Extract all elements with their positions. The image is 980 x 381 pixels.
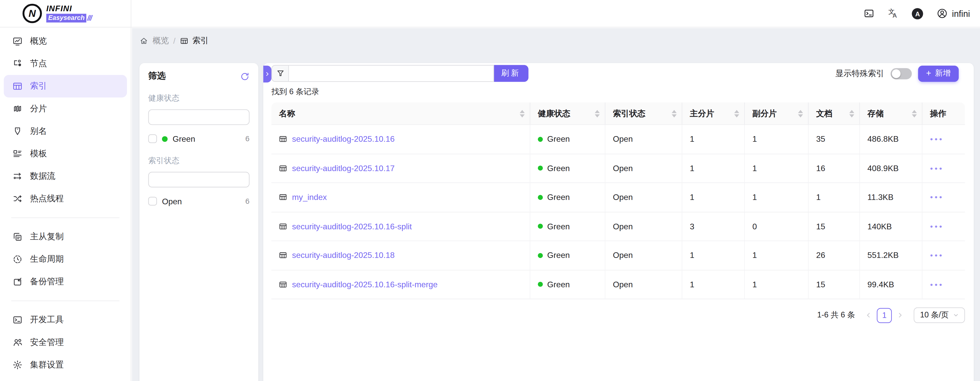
search-input[interactable] [289, 65, 494, 82]
sidebar-item-label: 节点 [30, 58, 47, 70]
username: infini [952, 8, 970, 18]
user-menu[interactable]: infini [936, 8, 970, 19]
pagination-next-button[interactable] [897, 312, 904, 319]
cell-docs: 35 [809, 125, 860, 153]
sidebar-item-indices[interactable]: 索引 [4, 75, 127, 98]
sidebar-item-label: 生命周期 [30, 254, 64, 265]
sort-carets[interactable] [794, 110, 803, 117]
breadcrumb-item-indices: 索引 [192, 35, 209, 46]
column-header-4[interactable]: 副分片 [745, 102, 809, 124]
index-name-link[interactable]: my_index [292, 192, 327, 202]
cell-health: Green [530, 212, 606, 241]
filter-funnel-icon[interactable] [272, 65, 289, 82]
cell-replica-shards: 1 [745, 125, 809, 153]
refresh-icon[interactable] [240, 71, 250, 81]
storage-value: 140KB [867, 222, 892, 231]
translate-icon[interactable]: 文A [888, 8, 899, 19]
cell-replica-shards: 1 [745, 241, 809, 270]
breadcrumb-item-overview[interactable]: 概览 [153, 35, 169, 46]
filter-header: 筛选 [148, 70, 250, 82]
sidebar-item-datastreams[interactable]: 数据流 [4, 165, 127, 187]
health-dot-green [538, 195, 543, 200]
sort-carets[interactable] [846, 110, 854, 117]
page-size-select[interactable]: 10 条/页 [914, 308, 965, 323]
sidebar-item-templates[interactable]: 模板 [4, 143, 127, 165]
row-actions-button[interactable]: ●●● [930, 224, 944, 229]
breadcrumb-separator: / [173, 36, 176, 46]
column-header-1[interactable]: 健康状态 [530, 102, 606, 124]
index-name-link[interactable]: security-auditlog-2025.10.18 [292, 251, 395, 260]
primary-shards-value: 1 [690, 164, 695, 173]
sidebar: N INFINI Easysearch /// 概览节点索引分片别名模板数据流热… [0, 0, 131, 381]
filter-sections: 健康状态Green6索引状态Open6 [148, 93, 250, 207]
pagination-total: 1-6 共 6 条 [817, 310, 855, 321]
sidebar-item-label: 集群设置 [30, 359, 64, 370]
column-header-5[interactable]: 文档 [809, 102, 860, 124]
row-actions-button[interactable]: ●●● [930, 195, 944, 200]
filter-section-input[interactable] [148, 109, 250, 125]
security-icon [13, 337, 22, 347]
checkbox[interactable] [148, 197, 157, 206]
column-label: 主分片 [690, 108, 714, 119]
result-count: 找到 6 条记录 [272, 87, 319, 98]
sidebar-item-aliases[interactable]: 别名 [4, 120, 127, 143]
sort-carets[interactable] [516, 110, 525, 117]
brand-wordmark: INFINI Easysearch /// [46, 5, 92, 22]
show-special-indices-toggle[interactable] [891, 68, 912, 79]
health-label: Green [547, 135, 570, 144]
brand-product-name: Easysearch [46, 14, 87, 22]
sidebar-item-overview[interactable]: 概览 [4, 30, 127, 52]
index-name-link[interactable]: security-auditlog-2025.10.16-split [292, 222, 412, 231]
cell-primary-shards: 3 [682, 212, 745, 241]
terminal-icon[interactable] [863, 8, 875, 19]
index-name-link[interactable]: security-auditlog-2025.10.16-split-merge [292, 280, 438, 289]
cell-replica-shards: 0 [745, 212, 809, 241]
docs-value: 1 [816, 192, 821, 202]
index-name-link[interactable]: security-auditlog-2025.10.17 [292, 164, 395, 173]
sidebar-item-nodes[interactable]: 节点 [4, 52, 127, 75]
pagination-page-1[interactable]: 1 [877, 308, 892, 323]
sidebar-item-lifecycle[interactable]: 生命周期 [4, 248, 127, 270]
row-actions-button[interactable]: ●●● [930, 137, 944, 142]
cell-docs: 26 [809, 241, 860, 270]
sidebar-item-label: 分片 [30, 103, 47, 114]
pagination-prev-button[interactable] [865, 312, 872, 319]
cell-status: Open [605, 212, 682, 241]
sidebar-item-security[interactable]: 安全管理 [4, 331, 127, 354]
sort-carets[interactable] [668, 110, 676, 117]
checkbox[interactable] [148, 134, 157, 143]
sort-carets[interactable] [730, 110, 739, 117]
column-header-3[interactable]: 主分片 [682, 102, 745, 124]
column-header-2[interactable]: 索引状态 [605, 102, 682, 124]
filter-section-input[interactable] [148, 172, 250, 187]
refresh-button[interactable]: 刷新 [494, 65, 528, 82]
theme-icon[interactable]: A [912, 8, 923, 19]
filter-section-label: 索引状态 [148, 156, 250, 166]
cell-primary-shards: 1 [682, 270, 745, 298]
cell-name: security-auditlog-2025.10.16 [272, 125, 530, 153]
row-actions-button[interactable]: ●●● [930, 252, 944, 258]
hot-threads-icon [13, 194, 22, 203]
sidebar-item-hot-threads[interactable]: 热点线程 [4, 187, 127, 210]
row-actions-button[interactable]: ●●● [930, 282, 944, 287]
column-header-6[interactable]: 存储 [860, 102, 923, 124]
column-header-0[interactable]: 名称 [272, 102, 530, 124]
sidebar-item-backup[interactable]: 备份管理 [4, 270, 127, 293]
cell-storage: 486.8KB [860, 125, 923, 153]
brand-logo[interactable]: N INFINI Easysearch /// [0, 0, 130, 28]
column-label: 文档 [816, 108, 832, 119]
home-icon[interactable] [140, 36, 148, 45]
sidebar-item-dev-tools[interactable]: 开发工具 [4, 309, 127, 331]
sidebar-item-replication[interactable]: 主从复制 [4, 225, 127, 248]
health-label: Green [547, 280, 570, 289]
sort-carets[interactable] [591, 110, 600, 117]
sort-carets[interactable] [908, 110, 917, 117]
sidebar-item-shards[interactable]: 分片 [4, 98, 127, 120]
add-index-button[interactable]: + 新增 [918, 65, 959, 82]
sidebar-item-cluster-settings[interactable]: 集群设置 [4, 354, 127, 376]
collapse-filter-button[interactable] [263, 66, 272, 83]
cell-status: Open [605, 241, 682, 270]
column-label: 存储 [867, 108, 884, 119]
row-actions-button[interactable]: ●●● [930, 165, 944, 171]
index-name-link[interactable]: security-auditlog-2025.10.16 [292, 135, 395, 144]
